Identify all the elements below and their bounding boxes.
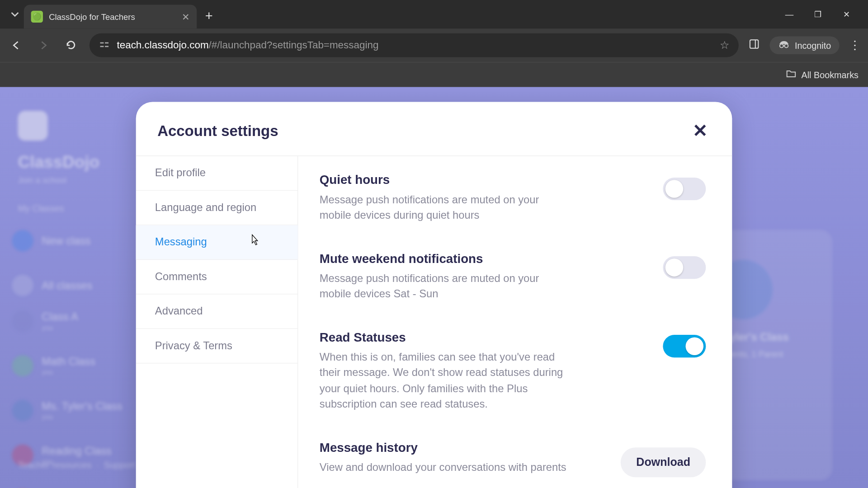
back-button[interactable]	[7, 36, 25, 54]
side-panel-icon[interactable]	[748, 38, 760, 52]
browser-menu-icon[interactable]: ⋮	[849, 38, 861, 52]
quiet-hours-title: Quiet hours	[320, 173, 570, 187]
nav-item-advanced[interactable]: Advanced	[136, 294, 297, 328]
site-settings-icon[interactable]	[99, 39, 110, 52]
incognito-badge[interactable]: Incognito	[770, 36, 840, 54]
browser-tab[interactable]: 🟢 ClassDojo for Teachers ✕	[24, 5, 197, 29]
window-controls: — ❐ ✕	[782, 9, 862, 19]
settings-modal: Account settings ✕ Edit profile Language…	[136, 102, 732, 488]
mute-weekend-desc: Message push notifications are muted on …	[320, 271, 570, 302]
svg-rect-3	[105, 46, 108, 47]
nav-item-messaging[interactable]: Messaging	[136, 225, 297, 259]
read-statuses-title: Read Statuses	[320, 330, 570, 345]
message-history-title: Message history	[320, 440, 570, 455]
tab-title: ClassDojo for Teachers	[49, 12, 176, 21]
folder-icon	[786, 69, 797, 80]
minimize-icon[interactable]: —	[782, 9, 797, 19]
setting-quiet-hours: Quiet hours Message push notifications a…	[320, 173, 706, 223]
close-icon[interactable]: ✕	[689, 120, 710, 141]
svg-point-7	[785, 44, 788, 48]
forward-button[interactable]	[34, 36, 52, 54]
url-text: teach.classdojo.com/#/launchpad?settings…	[117, 39, 712, 51]
nav-bar: teach.classdojo.com/#/launchpad?settings…	[0, 28, 868, 62]
svg-rect-0	[100, 42, 104, 43]
reload-button[interactable]	[62, 36, 80, 54]
page-content: ClassDojo Join a school My Classes New c…	[0, 87, 868, 488]
message-history-desc: View and download your conversations wit…	[320, 459, 570, 474]
nav-item-privacy-terms[interactable]: Privacy & Terms	[136, 329, 297, 363]
download-button[interactable]: Download	[621, 447, 706, 477]
maximize-icon[interactable]: ❐	[811, 9, 825, 19]
tab-bar: 🟢 ClassDojo for Teachers ✕ + — ❐ ✕	[0, 0, 868, 28]
tab-favicon: 🟢	[31, 11, 43, 23]
nav-item-edit-profile[interactable]: Edit profile	[136, 156, 297, 190]
modal-header: Account settings ✕	[136, 102, 732, 156]
bookmark-bar: All Bookmarks	[0, 62, 868, 87]
svg-rect-4	[750, 40, 758, 48]
settings-content: Quiet hours Message push notifications a…	[298, 156, 732, 488]
bookmark-star-icon[interactable]: ☆	[720, 39, 729, 52]
close-window-icon[interactable]: ✕	[840, 9, 854, 19]
quiet-hours-toggle[interactable]	[663, 178, 706, 200]
tab-close-icon[interactable]: ✕	[182, 11, 189, 22]
modal-title: Account settings	[157, 122, 278, 139]
read-statuses-desc: When this is on, families can see that y…	[320, 349, 570, 412]
setting-read-statuses: Read Statuses When this is on, families …	[320, 330, 706, 412]
tab-search-dropdown[interactable]	[6, 5, 24, 23]
nav-item-language-region[interactable]: Language and region	[136, 191, 297, 225]
browser-chrome: 🟢 ClassDojo for Teachers ✕ + — ❐ ✕ teach…	[0, 0, 868, 87]
settings-nav: Edit profile Language and region Messagi…	[136, 156, 298, 488]
all-bookmarks-button[interactable]: All Bookmarks	[786, 69, 859, 80]
quiet-hours-desc: Message push notifications are muted on …	[320, 192, 570, 223]
cursor-icon	[249, 234, 279, 250]
nav-item-comments[interactable]: Comments	[136, 260, 297, 294]
modal-overlay[interactable]: Account settings ✕ Edit profile Language…	[0, 87, 868, 488]
svg-rect-2	[100, 46, 104, 47]
mute-weekend-title: Mute weekend notifications	[320, 252, 570, 266]
incognito-icon	[778, 40, 790, 51]
read-statuses-toggle[interactable]	[663, 335, 706, 358]
new-tab-button[interactable]: +	[197, 8, 221, 23]
setting-message-history: Message history View and download your c…	[320, 440, 706, 477]
svg-rect-1	[105, 42, 108, 43]
address-bar[interactable]: teach.classdojo.com/#/launchpad?settings…	[90, 33, 739, 57]
setting-mute-weekend: Mute weekend notifications Message push …	[320, 252, 706, 302]
svg-point-6	[780, 44, 783, 48]
mute-weekend-toggle[interactable]	[663, 256, 706, 279]
incognito-label: Incognito	[795, 40, 831, 50]
